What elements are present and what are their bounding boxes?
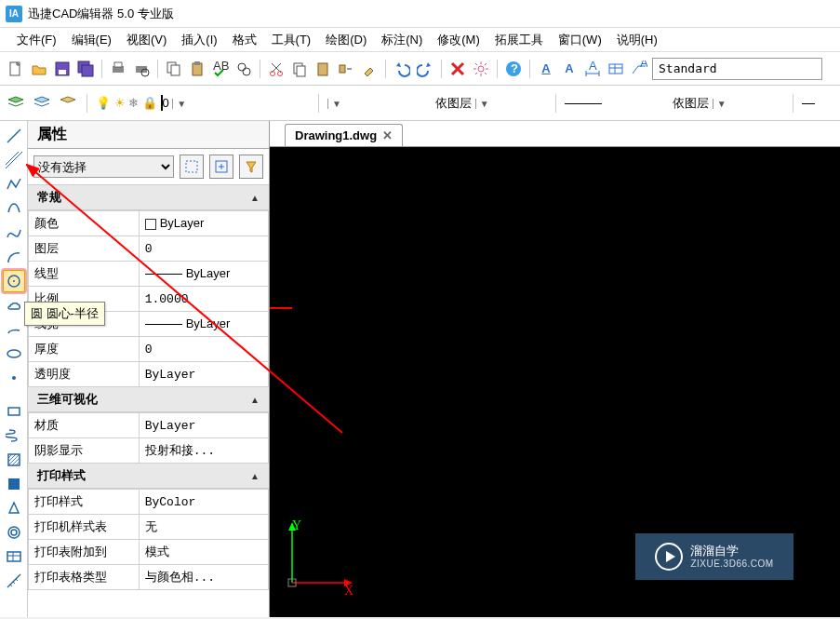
region-icon[interactable] [3,497,25,519]
circle-center-radius-icon[interactable] [3,270,25,292]
layer-state-icon[interactable] [32,93,52,114]
menu-format[interactable]: 格式 [225,29,264,51]
arc-icon[interactable] [3,246,25,268]
find-icon[interactable] [233,59,254,79]
hatch-icon[interactable] [3,449,25,471]
tab-drawing1[interactable]: Drawing1.dwg ✕ [285,124,403,146]
row-material-value[interactable]: ByLayer [139,413,268,438]
section-general[interactable]: 常规▲ [28,185,269,210]
rectangle-icon[interactable] [3,400,25,423]
dimstyle-icon[interactable]: A [582,59,603,79]
svg-marker-46 [288,522,296,531]
xline-icon[interactable] [3,149,25,171]
layer-combo[interactable]: 💡 ☀ ❄ 🔒 0 ▼ [96,96,310,110]
row-lw-value[interactable]: ByLayer [139,312,268,337]
svg-point-40 [8,527,20,538]
redo-icon[interactable] [415,59,435,79]
menu-ext[interactable]: 拓展工具 [487,29,551,51]
table-icon[interactable] [3,545,25,568]
svg-point-22 [478,66,484,72]
menu-window[interactable]: 窗口(W) [551,29,609,51]
ellipse-icon[interactable] [3,343,25,365]
tablestyle-icon[interactable] [606,59,626,79]
textstyle-b-icon[interactable]: A [559,59,580,79]
menu-view[interactable]: 视图(V) [119,29,174,51]
textstyle-a-icon[interactable]: A [536,59,556,79]
polyline-icon[interactable] [3,173,25,195]
copy2-icon[interactable] [289,59,310,79]
spellcheck-icon[interactable]: ABC [210,59,231,79]
style-input[interactable] [652,58,822,80]
sun-icon: ☀ [114,96,126,110]
copy-icon[interactable] [164,59,184,79]
explode-icon[interactable] [471,59,491,79]
paste2-icon[interactable] [313,59,333,79]
brush-icon[interactable] [359,59,380,79]
row-color-value[interactable]: ByLayer [139,211,268,236]
color-bylayer-combo[interactable]: 依图层 ▼ [435,95,547,112]
properties-scroll[interactable]: 常规▲ 颜色 ByLayer 图层 0 线型 ByLayer 比例 1.0000… [28,184,269,617]
color-combo[interactable]: ▼ [327,96,430,110]
print-icon[interactable] [108,59,128,79]
properties-title: 属性 [28,121,269,149]
new-icon[interactable] [6,59,26,79]
layer-prev-icon[interactable] [58,93,78,114]
row-ptable-value[interactable]: 无 [139,515,268,540]
section-viz3d[interactable]: 三维可视化▲ [28,387,269,412]
donut-icon[interactable] [3,521,25,544]
menu-edit[interactable]: 编辑(E) [64,29,119,51]
spline-icon[interactable] [3,222,25,244]
chevron-down-icon[interactable]: ▼ [327,99,341,109]
layer-manager-icon[interactable] [6,93,26,114]
chevron-down-icon[interactable]: ▼ [475,99,489,109]
gradient-icon[interactable] [3,473,25,495]
row-ltscale-value[interactable]: 1.0000 [139,287,268,312]
menu-insert[interactable]: 插入(I) [174,29,224,51]
table-general: 颜色 ByLayer 图层 0 线型 ByLayer 比例 1.0000 线宽 … [28,210,269,387]
row-thick-value[interactable]: 0 [139,337,268,362]
revision-cloud-icon[interactable] [3,294,25,316]
matchprop-icon[interactable] [336,59,356,79]
row-ltype-value[interactable]: ByLayer [139,262,268,287]
ellipse-arc-icon[interactable] [3,318,25,341]
menu-help[interactable]: 说明(H) [609,29,665,51]
menu-file[interactable]: 文件(F) [9,29,64,51]
delete-icon[interactable] [447,59,468,79]
select-objects-icon[interactable] [209,155,233,179]
quickselect-icon[interactable] [239,155,263,179]
saveall-icon[interactable] [75,59,96,79]
helix-icon[interactable] [3,424,25,447]
section-plotstyle[interactable]: 打印样式▲ [28,464,269,489]
mleader-icon[interactable]: A [629,59,649,79]
chevron-down-icon[interactable]: ▼ [713,99,727,109]
close-icon[interactable]: ✕ [382,128,393,142]
row-ptabtype-value[interactable]: 与颜色相... [139,565,268,590]
help-icon[interactable]: ? [503,59,524,79]
menu-modify[interactable]: 修改(M) [430,29,487,51]
drawing-canvas[interactable]: Y X 溜溜自学 ZIXUE.3D66.COM [270,147,840,617]
lineweight-combo[interactable] [802,96,820,110]
row-shadow-value[interactable]: 投射和接... [139,438,268,464]
chevron-down-icon[interactable]: ▼ [172,99,186,109]
row-pstyle-value[interactable]: ByColor [139,490,268,515]
row-layer-value[interactable]: 0 [139,236,268,262]
toggle-pickadd-icon[interactable] [180,155,204,179]
polygon-icon[interactable] [3,197,25,220]
menu-tools[interactable]: 工具(T) [264,29,319,51]
menu-draw[interactable]: 绘图(D) [318,29,374,51]
cut-icon[interactable] [266,59,287,79]
save-icon[interactable] [52,59,73,79]
row-pattach-value[interactable]: 模式 [139,540,268,565]
linetype-bylayer-combo[interactable]: 依图层 ▼ [673,95,784,112]
paste-icon[interactable] [187,59,207,79]
line-icon[interactable] [3,125,25,147]
preview-icon[interactable] [131,59,152,79]
menu-dim[interactable]: 标注(N) [374,29,430,51]
undo-icon[interactable] [392,59,412,79]
selection-combo[interactable]: 没有选择 [33,155,174,178]
linetype-combo[interactable] [565,96,667,110]
open-icon[interactable] [29,59,49,79]
row-transp-value[interactable]: ByLayer [139,362,268,387]
measure-icon[interactable] [3,570,25,592]
point-icon[interactable] [3,367,25,389]
